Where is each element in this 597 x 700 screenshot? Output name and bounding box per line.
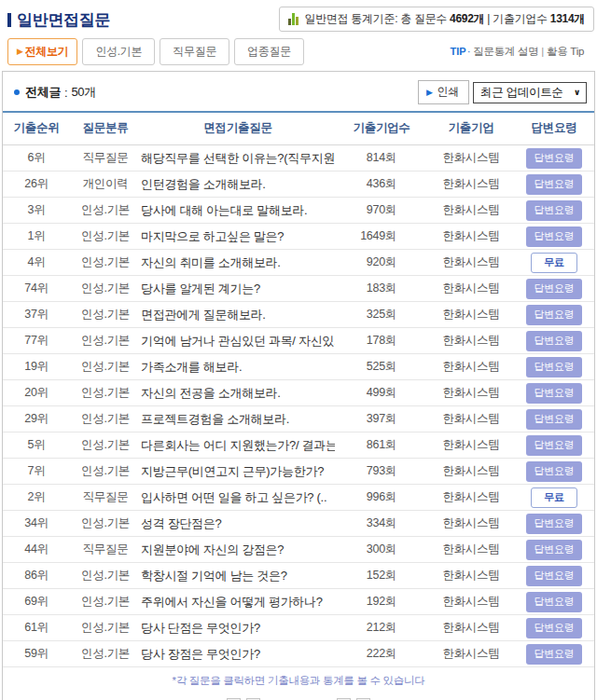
title-wrap: 일반면접질문 <box>7 9 110 31</box>
cell-action: 답변요령 <box>514 641 594 667</box>
table-row: 37위 인성.기본 면접관에게 질문해보라. 325회 한화시스템 답변요령 <box>3 302 594 328</box>
cell-question-link[interactable]: 마지막으로 하고싶은 말은? <box>141 224 335 250</box>
cell-question-link[interactable]: 자신의 취미를 소개해보라. <box>141 250 335 276</box>
cell-company: 한화시스템 <box>428 615 514 641</box>
answer-tip-button[interactable]: 답변요령 <box>526 461 583 482</box>
free-button[interactable]: 무료 <box>531 253 576 273</box>
table-row: 86위 인성.기본 학창시절 기억에 남는 것은? 152회 한화시스템 답변요… <box>3 563 594 589</box>
cell-question-link[interactable]: 지원분야에 자신의 강점은? <box>141 537 335 563</box>
answer-tip-button[interactable]: 답변요령 <box>526 618 583 638</box>
answer-tip-button[interactable]: 답변요령 <box>526 357 583 377</box>
cell-question-link[interactable]: 면접관에게 질문해보라. <box>141 302 335 328</box>
cell-action: 답변요령 <box>514 432 594 459</box>
tab-job-question[interactable]: 직무질문 <box>160 38 229 65</box>
free-button[interactable]: 무료 <box>531 487 576 508</box>
sort-select[interactable]: 최근 업데이트순 <box>473 82 587 103</box>
answer-tip-button[interactable]: 답변요령 <box>526 226 583 247</box>
table-row: 2위 직무질문 입사하면 어떤 일을 하고 싶은가? (.. 996회 한화시스… <box>3 485 594 511</box>
total-count-wrap: 전체글 : 50개 <box>14 84 96 101</box>
answer-tip-button[interactable]: 답변요령 <box>526 305 583 325</box>
total-count: 50개 <box>71 84 96 101</box>
cell-company: 한화시스템 <box>428 224 514 250</box>
cell-category: 인성.기본 <box>70 328 141 354</box>
table-row: 74위 인성.기본 당사를 알게된 계기는? 183회 한화시스템 답변요령 <box>3 276 594 302</box>
tab-all[interactable]: ▶전체보기 <box>7 38 77 65</box>
cell-category: 인성.기본 <box>70 589 141 615</box>
stats-text: 일반면접 통계기준: 총 질문수 4692개 | 기출기업수 1314개 <box>305 11 585 27</box>
cell-action: 답변요령 <box>514 328 594 354</box>
cell-company: 한화시스템 <box>428 172 514 198</box>
tip-link-usage[interactable]: 활용 Tip <box>547 46 584 57</box>
cell-category: 인성.기본 <box>70 563 141 589</box>
print-label: 인쇄 <box>437 84 459 100</box>
answer-tip-button[interactable]: 답변요령 <box>526 566 583 586</box>
cell-question-link[interactable]: 프로젝트경험을 소개해보라. <box>141 406 335 432</box>
cell-category: 인성.기본 <box>70 224 141 250</box>
cell-question-link[interactable]: 기억에 남거나 관심있던 과목/ 자신있.. <box>141 328 335 354</box>
click-note: *각 질문을 클릭하면 기출내용과 통계를 볼 수 있습니다 <box>3 667 594 691</box>
answer-tip-button[interactable]: 답변요령 <box>526 540 583 560</box>
tab-industry-question[interactable]: 업종질문 <box>234 38 304 65</box>
table-row: 3위 인성.기본 당사에 대해 아는대로 말해보라. 970회 한화시스템 답변… <box>3 198 594 224</box>
cell-category: 직무질문 <box>70 485 141 511</box>
answer-tip-button[interactable]: 답변요령 <box>526 514 583 534</box>
cell-action: 답변요령 <box>514 511 594 537</box>
answer-tip-button[interactable]: 답변요령 <box>526 174 583 195</box>
cell-company: 한화시스템 <box>428 302 514 328</box>
table-row: 7위 인성.기본 지방근무(비연고지 근무)가능한가? 793회 한화시스템 답… <box>3 459 594 485</box>
cell-question-link[interactable]: 성격 장단점은? <box>141 511 335 537</box>
sort-wrap: 최근 업데이트순 ∨ <box>473 82 587 103</box>
cell-category: 인성.기본 <box>70 250 141 276</box>
cell-action: 답변요령 <box>514 615 594 641</box>
total-label: 전체글 <box>25 84 61 101</box>
bar-chart-icon <box>288 13 298 25</box>
cell-rank: 20위 <box>3 380 70 406</box>
cell-question-link[interactable]: 당사에 대해 아는대로 말해보라. <box>141 198 335 224</box>
stats-question-count: 4692개 <box>450 12 484 25</box>
stats-separator: | <box>487 12 490 25</box>
cell-question-link[interactable]: 당사를 알게된 계기는? <box>141 276 335 302</box>
tip-bullet-icon: · <box>467 46 471 57</box>
cell-rank: 37위 <box>3 302 70 328</box>
cell-question-link[interactable]: 당사 단점은 무엇인가? <box>141 615 335 641</box>
cell-action: 답변요령 <box>514 145 594 172</box>
cell-company-count: 178회 <box>335 328 428 354</box>
top-header: 일반면접질문 일반면접 통계기준: 총 질문수 4692개 | 기출기업수 13… <box>0 6 597 32</box>
answer-tip-button[interactable]: 답변요령 <box>526 644 583 665</box>
table-row: 69위 인성.기본 주위에서 자신을 어떻게 평가하나? 192회 한화시스템 … <box>3 589 594 615</box>
tab-personality-basic[interactable]: 인성.기본 <box>82 38 155 65</box>
cell-question-link[interactable]: 가족소개를 해보라. <box>141 354 335 380</box>
title-accent-bar <box>7 13 11 27</box>
table-row: 20위 인성.기본 자신의 전공을 소개해보라. 499회 한화시스템 답변요령 <box>3 380 594 406</box>
answer-tip-button[interactable]: 답변요령 <box>526 592 583 612</box>
answer-tip-button[interactable]: 답변요령 <box>526 148 583 169</box>
cell-category: 인성.기본 <box>70 406 141 432</box>
cell-company: 한화시스템 <box>428 380 514 406</box>
tip-link-stats-guide[interactable]: 질문통계 설명 <box>473 46 538 57</box>
cell-question-link[interactable]: 해당직무를 선택한 이유는?(직무지원동.. <box>141 145 335 172</box>
cell-question-link[interactable]: 학창시절 기억에 남는 것은? <box>141 563 335 589</box>
answer-tip-button[interactable]: 답변요령 <box>526 435 583 456</box>
answer-tip-button[interactable]: 답변요령 <box>526 331 583 351</box>
cell-question-link[interactable]: 입사하면 어떤 일을 하고 싶은가? (.. <box>141 485 335 511</box>
tip-area: TIP·질문통계 설명|활용 Tip <box>451 45 584 59</box>
cell-question-link[interactable]: 당사 장점은 무엇인가? <box>141 641 335 667</box>
cell-question-link[interactable]: 인턴경험을 소개해보라. <box>141 172 335 198</box>
answer-tip-button[interactable]: 답변요령 <box>526 383 583 404</box>
cell-action: 답변요령 <box>514 354 594 380</box>
cell-company: 한화시스템 <box>428 354 514 380</box>
cell-company: 한화시스템 <box>428 250 514 276</box>
cell-question-link[interactable]: 지방근무(비연고지 근무)가능한가? <box>141 459 335 485</box>
answer-tip-button[interactable]: 답변요령 <box>526 200 583 221</box>
page: 일반면접질문 일반면접 통계기준: 총 질문수 4692개 | 기출기업수 13… <box>0 0 597 700</box>
cell-question-link[interactable]: 다른회사는 어디 지원했는가?/ 결과는.. <box>141 432 335 459</box>
cell-rank: 44위 <box>3 537 70 563</box>
answer-tip-button[interactable]: 답변요령 <box>526 409 583 430</box>
cell-question-link[interactable]: 자신의 전공을 소개해보라. <box>141 380 335 406</box>
tab-active-arrow-icon: ▶ <box>17 47 23 56</box>
pagination-controls: « ‹ 1 2 3 › » <box>226 696 371 700</box>
cell-question-link[interactable]: 주위에서 자신을 어떻게 평가하나? <box>141 589 335 615</box>
print-button[interactable]: ▶ 인쇄 <box>418 80 469 104</box>
cell-action: 답변요령 <box>514 302 594 328</box>
answer-tip-button[interactable]: 답변요령 <box>526 279 583 299</box>
